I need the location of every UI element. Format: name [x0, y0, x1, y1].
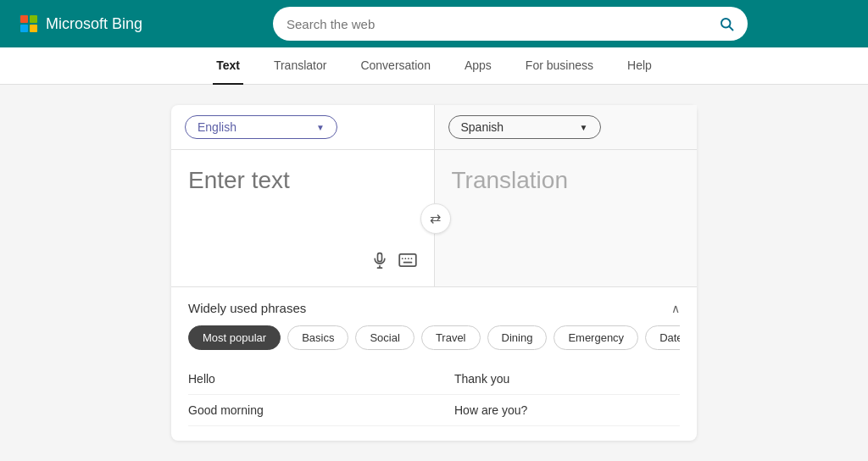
target-lang-label: Spanish [461, 120, 504, 134]
chip-emergency[interactable]: Emergency [554, 325, 638, 350]
collapse-phrases-button[interactable]: ∧ [671, 302, 680, 315]
list-item[interactable]: Hello [188, 364, 434, 395]
phrases-section: Widely used phrases ∧ Most popular Basic… [171, 287, 697, 440]
chevron-up-icon: ∧ [671, 302, 680, 315]
bing-logo-icon [20, 15, 37, 32]
main-content: English ▼ Spanish ▼ ⇄ [0, 85, 868, 461]
chip-basics[interactable]: Basics [287, 325, 348, 350]
tab-translator[interactable]: Translator [270, 47, 331, 85]
logo-area: Microsoft Bing [20, 15, 173, 33]
keyboard-icon [398, 253, 417, 267]
source-text-input[interactable] [188, 167, 417, 235]
target-lang-section: Spanish ▼ [435, 105, 698, 149]
microphone-icon [371, 252, 388, 269]
search-input[interactable] [287, 17, 719, 31]
input-section: ⇄ [171, 150, 435, 286]
svg-rect-5 [399, 254, 416, 266]
microphone-button[interactable] [371, 252, 388, 273]
source-lang-dropdown[interactable]: English ▼ [185, 115, 337, 139]
phrases-title: Widely used phrases [188, 301, 306, 315]
chip-dining[interactable]: Dining [487, 325, 548, 350]
swap-languages-button[interactable]: ⇄ [420, 203, 451, 234]
translation-output: Translation [452, 167, 681, 235]
list-item[interactable]: How are you? [434, 395, 680, 426]
input-icons [188, 245, 417, 273]
keyboard-button[interactable] [398, 252, 417, 273]
search-bar [173, 7, 848, 41]
tab-text[interactable]: Text [213, 47, 243, 85]
translation-area: ⇄ [171, 150, 697, 287]
source-lang-section: English ▼ [171, 105, 435, 149]
lang-selectors: English ▼ Spanish ▼ [171, 105, 697, 150]
translator-card: English ▼ Spanish ▼ ⇄ [171, 105, 697, 441]
svg-rect-2 [377, 253, 381, 262]
tab-help[interactable]: Help [624, 47, 655, 85]
swap-icon: ⇄ [430, 210, 441, 226]
list-item[interactable]: Thank you [434, 364, 680, 395]
phrase-chips: Most popular Basics Social Travel Dining… [188, 325, 680, 350]
source-lang-chevron-icon: ▼ [316, 123, 325, 132]
tab-apps[interactable]: Apps [461, 47, 495, 85]
search-icon [719, 16, 734, 31]
phrase-list: Hello Thank you Good morning How are you… [188, 364, 680, 426]
search-input-wrap [273, 7, 748, 41]
tab-for-business[interactable]: For business [522, 47, 597, 85]
chip-dates[interactable]: Dates & num [645, 325, 680, 350]
search-button[interactable] [719, 16, 734, 31]
nav-bar: Text Translator Conversation Apps For bu… [0, 47, 868, 85]
source-lang-label: English [198, 120, 236, 134]
svg-line-1 [729, 26, 732, 30]
chip-travel[interactable]: Travel [421, 325, 481, 350]
phrases-header: Widely used phrases ∧ [188, 301, 680, 315]
list-item[interactable]: Good morning [188, 395, 434, 426]
target-lang-chevron-icon: ▼ [580, 123, 588, 132]
target-lang-dropdown[interactable]: Spanish ▼ [448, 115, 601, 139]
chip-most-popular[interactable]: Most popular [188, 325, 281, 350]
header: Microsoft Bing [0, 0, 868, 47]
chip-social[interactable]: Social [355, 325, 414, 350]
logo-text: Microsoft Bing [46, 15, 142, 33]
output-section: Translation [435, 150, 698, 286]
tab-conversation[interactable]: Conversation [357, 47, 434, 85]
